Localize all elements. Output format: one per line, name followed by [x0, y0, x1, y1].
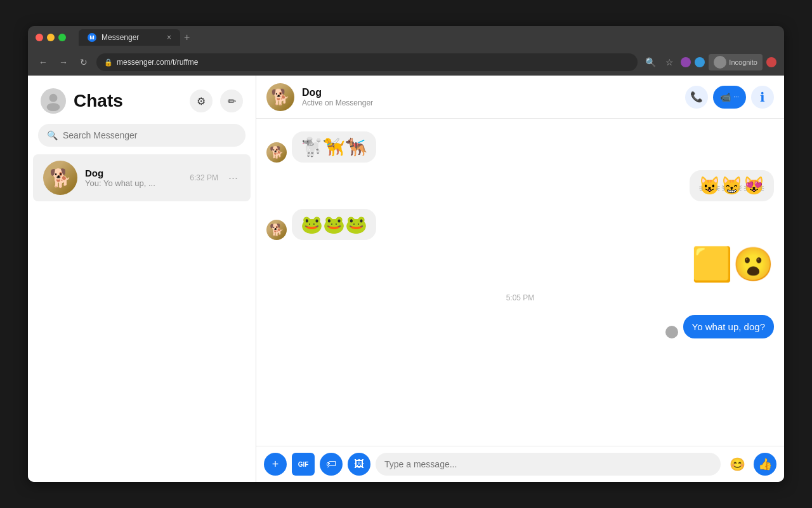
chat-actions: 📞 📹 ··· ℹ: [685, 86, 774, 109]
sidebar: Chats ⚙ ✏ 🔍 🐕: [28, 76, 256, 482]
info-icon: ℹ: [760, 90, 765, 105]
message-field[interactable]: [384, 459, 712, 469]
conversation-preview: You: Yo what up, ...: [85, 178, 182, 188]
message-row: 🐕 🐩🦮🐕‍🦺: [266, 131, 774, 163]
lock-icon: 🔒: [104, 58, 113, 67]
chat-area: 🐕 Dog Active on Messenger 📞 📹 ··· ℹ: [256, 76, 784, 482]
photo-icon: 🖼: [354, 458, 364, 470]
profile-button[interactable]: Incognito: [709, 54, 763, 70]
like-icon: 👍: [758, 457, 772, 471]
message-content: Yo what up, dog?: [692, 321, 765, 332]
conversation-time: 6:32 PM: [190, 173, 218, 182]
contact-avatar: 🐕: [266, 83, 294, 111]
active-tab[interactable]: Messenger ×: [79, 29, 180, 46]
message-row: Yo what up, dog?: [266, 315, 774, 338]
add-button[interactable]: +: [264, 453, 287, 476]
settings-icon: ⚙: [197, 95, 206, 107]
phone-call-button[interactable]: 📞: [685, 86, 708, 109]
profile-label: Incognito: [729, 58, 757, 66]
sticker-button[interactable]: 🏷: [320, 453, 343, 476]
conversation-item-dog[interactable]: 🐕 Dog You: Yo what up, ... 6:32 PM ···: [33, 154, 251, 201]
new-tab-button[interactable]: +: [184, 32, 190, 43]
photo-button[interactable]: 🖼: [348, 453, 370, 476]
video-call-button[interactable]: 📹 ···: [713, 86, 746, 109]
message-bubble-sent: Yo what up, dog?: [683, 315, 774, 338]
video-icon: 📹: [720, 92, 731, 102]
bookmark-icon[interactable]: ☆: [662, 55, 677, 70]
user-avatar[interactable]: [41, 88, 66, 114]
svg-point-0: [49, 94, 58, 102]
info-button[interactable]: ℹ: [751, 86, 774, 109]
search-icon: 🔍: [47, 130, 58, 140]
search-icon[interactable]: 🔍: [643, 55, 658, 70]
conversation-info: Dog You: Yo what up, ...: [85, 168, 182, 188]
maximize-window-button[interactable]: [58, 34, 66, 41]
message-input-area: + GIF 🏷 🖼 😊 👍: [256, 446, 784, 482]
conversation-name: Dog: [85, 168, 182, 178]
message-row: 😺😸😻: [266, 170, 774, 201]
add-icon: +: [272, 458, 279, 471]
incognito-indicator: [766, 57, 776, 67]
compose-icon: ✏: [228, 95, 236, 107]
back-button[interactable]: ←: [36, 55, 51, 70]
message-content: 🐩🦮🐕‍🦺: [301, 137, 367, 157]
emoji-button[interactable]: 😊: [726, 453, 749, 476]
app-content: Chats ⚙ ✏ 🔍 🐕: [28, 76, 784, 482]
gif-button[interactable]: GIF: [292, 453, 315, 476]
sender-avatar: 🐕: [266, 142, 287, 163]
navbar: ← → ↻ 🔒 messenger.com/t/ruffme 🔍 ☆ Incog…: [28, 49, 784, 76]
traffic-lights: [36, 34, 66, 41]
message-text-input[interactable]: [376, 453, 721, 476]
sidebar-title: Chats: [74, 91, 182, 111]
search-container: 🔍: [28, 124, 256, 154]
conversation-more-button[interactable]: ···: [226, 169, 240, 187]
tab-close-button[interactable]: ×: [167, 33, 171, 42]
titlebar: Messenger × +: [28, 26, 784, 49]
compose-button[interactable]: ✏: [220, 90, 243, 112]
tab-title: Messenger: [102, 33, 162, 42]
extension-icon-blue[interactable]: [695, 57, 705, 67]
sticker-content: 🟨😮: [691, 246, 774, 283]
gif-label: GIF: [298, 461, 309, 468]
messages-container: 🐕 🐩🦮🐕‍🦺 😺😸😻 🐕 🐸🐸🐸: [256, 119, 784, 446]
conversation-avatar: 🐕: [43, 161, 77, 195]
message-timestamp: 5:05 PM: [266, 293, 774, 302]
video-dots: ···: [733, 93, 738, 100]
phone-icon: 📞: [690, 91, 703, 103]
chat-header: 🐕 Dog Active on Messenger 📞 📹 ··· ℹ: [256, 76, 784, 119]
sender-avatar: 🐕: [266, 220, 287, 240]
message-bubble-sent: 😺😸😻: [690, 170, 774, 201]
contact-emoji: 🐕: [271, 88, 290, 106]
refresh-button[interactable]: ↻: [76, 55, 91, 70]
tab-bar: Messenger × +: [79, 29, 776, 46]
search-input[interactable]: [63, 130, 237, 140]
svg-point-1: [47, 103, 60, 111]
message-sticker: 🟨😮: [691, 248, 774, 281]
sent-avatar: [665, 326, 678, 338]
search-box[interactable]: 🔍: [38, 124, 246, 147]
forward-button[interactable]: →: [56, 55, 71, 70]
message-content: 😺😸😻: [698, 176, 765, 196]
minimize-window-button[interactable]: [47, 34, 55, 41]
message-row: 🟨😮: [266, 248, 774, 281]
tab-favicon: [88, 33, 96, 42]
message-bubble: 🐸🐸🐸: [292, 209, 376, 240]
contact-name: Dog: [302, 87, 678, 98]
contact-status: Active on Messenger: [302, 98, 678, 107]
sidebar-header: Chats ⚙ ✏: [28, 76, 256, 124]
message-content: 🐸🐸🐸: [301, 215, 367, 234]
nav-icons: 🔍 ☆ Incognito: [643, 54, 776, 70]
like-button[interactable]: 👍: [754, 453, 776, 476]
settings-button[interactable]: ⚙: [190, 90, 213, 112]
extension-icon-red[interactable]: [681, 57, 691, 67]
url-text: messenger.com/t/ruffme: [117, 58, 199, 67]
contact-info: Dog Active on Messenger: [302, 87, 678, 107]
conversation-list: 🐕 Dog You: Yo what up, ... 6:32 PM ···: [28, 154, 256, 482]
message-row: 🐕 🐸🐸🐸: [266, 209, 774, 240]
message-bubble: 🐩🦮🐕‍🦺: [292, 131, 376, 163]
profile-avatar: [714, 56, 726, 69]
dog-emoji: 🐕: [49, 168, 72, 189]
sticker-icon: 🏷: [326, 458, 336, 470]
url-bar[interactable]: 🔒 messenger.com/t/ruffme: [96, 53, 638, 71]
close-window-button[interactable]: [36, 34, 43, 41]
